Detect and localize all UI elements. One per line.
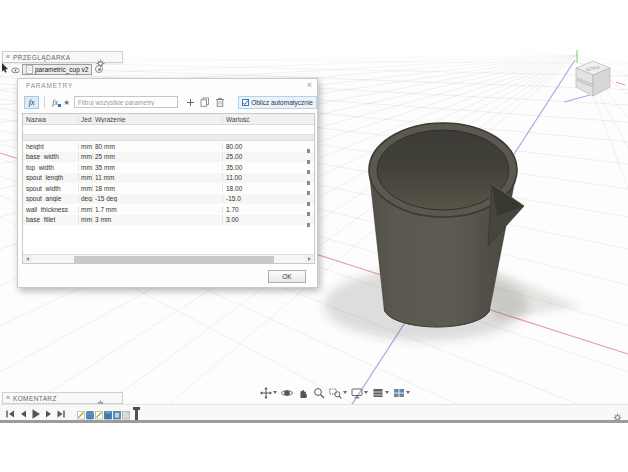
pan-button[interactable] bbox=[259, 387, 278, 399]
parameter-row[interactable]: height mm 80 mm 80.00 bbox=[23, 141, 314, 152]
play-button[interactable] bbox=[30, 408, 41, 420]
col-expression[interactable]: Wyrażenie bbox=[92, 116, 222, 123]
param-value: 35.00 bbox=[222, 164, 304, 171]
extrude-feature-icon[interactable] bbox=[86, 410, 94, 420]
timeline-bar[interactable] bbox=[0, 404, 628, 420]
close-icon[interactable]: × bbox=[307, 80, 312, 90]
param-name[interactable]: spout_width bbox=[23, 185, 78, 192]
zoom-button[interactable] bbox=[312, 387, 326, 399]
checkbox-checked[interactable] bbox=[242, 99, 249, 106]
param-unit: mm bbox=[78, 174, 92, 181]
comments-panel-title: KOMENTARZ bbox=[13, 395, 57, 402]
extrude-feature-icon[interactable] bbox=[104, 410, 112, 420]
scrollbar-track[interactable] bbox=[32, 255, 305, 263]
param-expression[interactable]: 25 mm bbox=[92, 153, 222, 160]
sketch-feature-icon[interactable] bbox=[95, 410, 103, 420]
param-expression[interactable]: -15 deg bbox=[92, 195, 222, 202]
browser-panel-title: PRZEGLĄDARKA bbox=[13, 54, 71, 61]
param-expression[interactable]: 18 mm bbox=[92, 185, 222, 192]
table-header: Nazwa Jed Wyrażenie Wartość bbox=[23, 114, 314, 125]
param-unit: mm bbox=[78, 153, 92, 160]
shell-feature-icon[interactable] bbox=[113, 410, 121, 420]
add-user-parameter-icon[interactable]: fx bbox=[49, 98, 61, 107]
param-value: 25.00 bbox=[222, 153, 304, 160]
grid-snaps-button[interactable] bbox=[371, 387, 390, 399]
auto-compute-label: Oblicz automatycznie bbox=[251, 99, 313, 106]
delete-trash-icon[interactable] bbox=[215, 97, 225, 107]
collapse-icon[interactable]: « bbox=[6, 393, 10, 403]
comments-panel-header[interactable]: « KOMENTARZ bbox=[2, 392, 123, 404]
go-to-start-button[interactable] bbox=[5, 409, 15, 419]
top-whitespace bbox=[0, 0, 628, 48]
x-axis-tick bbox=[616, 82, 625, 85]
timeline-feature-icons bbox=[77, 407, 138, 420]
param-unit: deg bbox=[78, 195, 92, 202]
chevron-down-icon[interactable] bbox=[273, 391, 277, 394]
scrollbar-thumb[interactable] bbox=[74, 256, 274, 263]
chevron-down-icon[interactable] bbox=[406, 391, 410, 394]
param-name[interactable]: height bbox=[23, 143, 78, 150]
pan-hand-button[interactable] bbox=[296, 387, 310, 399]
fx-parameters-button[interactable]: fx bbox=[24, 96, 39, 109]
mouse-cursor-icon bbox=[1, 60, 9, 78]
param-value: 11.00 bbox=[222, 174, 304, 181]
dialog-toolbar: fx fx ★ Oblicz automatycznie bbox=[18, 93, 317, 111]
add-parameter-icon[interactable] bbox=[186, 98, 195, 107]
parameter-row[interactable]: spout_length mm 11 mm 11.00 bbox=[23, 173, 314, 184]
parameter-row[interactable]: top_width mm 35 mm 35.00 bbox=[23, 162, 314, 173]
col-unit[interactable]: Jed bbox=[78, 116, 92, 123]
chevron-down-icon[interactable] bbox=[364, 391, 368, 394]
fillet-feature-icon[interactable] bbox=[122, 410, 130, 420]
col-name[interactable]: Nazwa bbox=[23, 116, 78, 123]
ok-button[interactable]: OK bbox=[268, 270, 306, 283]
param-name[interactable]: spout_angle bbox=[23, 195, 78, 202]
param-expression[interactable]: 3 mm bbox=[92, 216, 222, 223]
parameter-row[interactable]: spout_width mm 18 mm 18.00 bbox=[23, 183, 314, 194]
parameter-row[interactable]: base_width mm 25 mm 25.00 bbox=[23, 152, 314, 163]
scroll-left-arrow[interactable] bbox=[23, 255, 32, 263]
filter-input[interactable] bbox=[74, 96, 178, 108]
step-forward-button[interactable] bbox=[44, 409, 53, 419]
param-expression[interactable]: 80 mm bbox=[92, 143, 222, 150]
display-settings-button[interactable] bbox=[350, 387, 369, 399]
document-name-chip[interactable]: parametric_cup v2 bbox=[22, 64, 92, 75]
activate-component-radio[interactable] bbox=[95, 65, 103, 73]
parameters-table[interactable]: Nazwa Jed Wyrażenie Wartość height mm 80… bbox=[22, 113, 315, 264]
param-name[interactable]: base_fillet bbox=[23, 216, 78, 223]
param-name[interactable]: wall_thickness bbox=[23, 206, 78, 213]
parameters-dialog[interactable]: PARAMETRY × fx fx ★ Oblicz automatycznie bbox=[17, 78, 318, 288]
auto-compute-toggle[interactable]: Oblicz automatycznie bbox=[238, 96, 317, 109]
chevron-down-icon[interactable] bbox=[343, 391, 347, 394]
param-name[interactable]: base_width bbox=[23, 153, 78, 160]
view-navigation-toolbar bbox=[259, 386, 411, 399]
orbit-button[interactable] bbox=[280, 387, 294, 399]
viewports-button[interactable] bbox=[392, 387, 411, 399]
param-expression[interactable]: 11 mm bbox=[92, 174, 222, 181]
param-value: 18.00 bbox=[222, 185, 304, 192]
param-value: 3.00 bbox=[222, 216, 304, 223]
sketch-feature-icon[interactable] bbox=[77, 410, 85, 420]
chevron-down-icon[interactable] bbox=[385, 391, 389, 394]
document-icon bbox=[26, 65, 33, 74]
favorites-star-icon[interactable]: ★ bbox=[61, 98, 72, 107]
param-name[interactable]: top_width bbox=[23, 164, 78, 171]
col-value[interactable]: Wartość bbox=[222, 116, 304, 123]
horizontal-scrollbar[interactable] bbox=[23, 254, 314, 263]
parameter-row[interactable]: spout_angle deg -15 deg -15.0 bbox=[23, 194, 314, 205]
view-cube[interactable]: GÓRA PRZÓD bbox=[564, 50, 626, 108]
zoom-window-button[interactable] bbox=[328, 387, 348, 399]
parameter-row[interactable]: base_fillet mm 3 mm 3.00 bbox=[23, 215, 314, 226]
step-back-button[interactable] bbox=[18, 409, 27, 419]
scroll-right-arrow[interactable] bbox=[305, 255, 314, 263]
dialog-title: PARAMETRY bbox=[26, 82, 73, 89]
visibility-eye-icon[interactable] bbox=[11, 60, 20, 78]
parameter-row[interactable]: wall_thickness mm 1.7 mm 1.70 bbox=[23, 204, 314, 215]
browser-document-row[interactable]: parametric_cup v2 bbox=[1, 63, 103, 75]
param-expression[interactable]: 35 mm bbox=[92, 164, 222, 171]
param-name[interactable]: spout_length bbox=[23, 174, 78, 181]
go-to-end-button[interactable] bbox=[56, 409, 66, 419]
copy-icon[interactable] bbox=[200, 97, 210, 107]
browser-panel-header[interactable]: « PRZEGLĄDARKA bbox=[2, 51, 123, 63]
param-expression[interactable]: 1.7 mm bbox=[92, 206, 222, 213]
timeline-position-marker[interactable] bbox=[135, 407, 138, 420]
